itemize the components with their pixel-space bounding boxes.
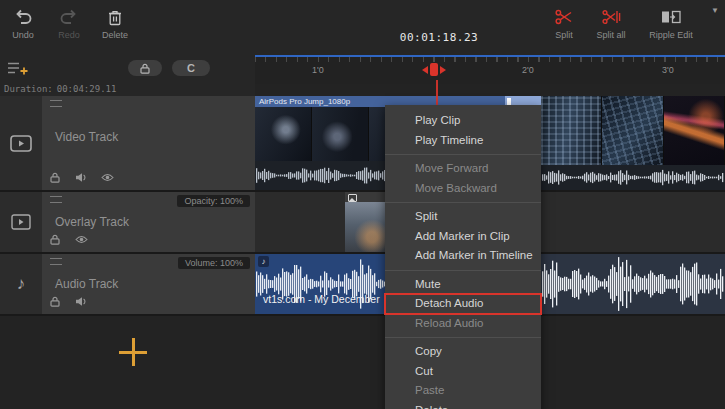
menu-item-move-backward[interactable]: Move Backward [385,179,541,199]
menu-item-detach-audio[interactable]: Detach Audio [385,294,541,314]
overlay-track-header: Opacity: 100% Overlay Track [0,192,255,252]
video-track-type-icon [0,96,42,190]
audio-track-type-icon: ♪ [0,254,42,314]
menu-item-add-marker-in-timeline[interactable]: Add Marker in Timeline [385,246,541,266]
video-visibility-button[interactable] [100,171,114,184]
menu-item-play-timeline[interactable]: Play Timeline [385,131,541,151]
video-frame-thumbnail [602,96,663,165]
audio-waveform [541,254,725,314]
row-resize-handle[interactable] [50,100,62,107]
audio-track-header: ♪ Volume: 100% Audio Track [0,254,255,314]
opacity-badge[interactable]: Opacity: 100% [177,195,250,207]
overlay-clip[interactable] [345,192,390,252]
add-track-icon [7,60,29,77]
menu-item-mute[interactable]: Mute [385,275,541,295]
video-frame-thumbnail [664,96,725,165]
overlay-clip-thumbnail [345,202,390,252]
video-frame-thumbnail [255,107,312,161]
menu-item-split[interactable]: Split [385,207,541,227]
video-clip-continued[interactable] [541,96,725,190]
video-frame-thumbnail [312,107,369,161]
speaker-icon [75,172,87,183]
track-controls-bar: C [0,55,255,82]
video-track-body: Video Track [42,96,255,190]
timeline-ruler[interactable]: 1'02'03'0 [255,55,725,84]
menu-item-paste[interactable]: Paste [385,381,541,401]
audio-clip-continued[interactable] [541,254,725,314]
overlay-track-type-icon [0,192,42,252]
undo-icon [0,7,46,27]
menu-item-play-clip[interactable]: Play Clip [385,111,541,131]
image-icon [348,194,357,202]
menu-item-copy[interactable]: Copy [385,342,541,362]
video-mute-button[interactable] [74,171,88,184]
delete-button[interactable]: Delete [92,7,138,40]
menu-item-move-forward[interactable]: Move Forward [385,159,541,179]
overlay-visibility-button[interactable] [74,233,88,246]
music-note-icon: ♪ [258,256,269,267]
row-resize-handle[interactable] [50,258,62,265]
menu-item-cut[interactable]: Cut [385,362,541,382]
video-editor-window: Undo Redo Delete Split Split all [0,0,725,409]
undo-button[interactable]: Undo [0,7,46,40]
delete-label: Delete [92,30,138,40]
duration-label: Duration: [4,84,53,94]
undo-label: Undo [0,30,46,40]
audio-clip-name: vt1s.com - My December [263,293,380,305]
clip-trim-handle[interactable] [507,98,511,105]
duration-readout: Duration:00:04:29.11 [0,82,255,96]
audio-track-label: Audio Track [55,277,118,291]
menu-separator [385,337,541,338]
menu-item-reload-audio[interactable]: Reload Audio [385,314,541,334]
playhead-left-arrow-icon [422,66,428,74]
lock-all-tracks-button[interactable] [128,60,162,76]
toolbar: Undo Redo Delete Split Split all [0,0,725,56]
overlay-clip-name-bar [345,192,390,202]
video-audio-waveform [541,165,725,190]
add-media-plus-icon[interactable] [119,338,147,366]
audio-mute-button[interactable] [74,295,88,308]
scissors-icon [541,7,587,27]
snap-button[interactable]: C [172,60,210,76]
overlay-lock-button[interactable] [48,233,62,246]
eye-icon [101,173,114,182]
ripple-edit-icon [640,7,702,27]
playhead-handle[interactable] [422,63,446,76]
add-track-button[interactable] [7,60,29,77]
snap-icon: C [187,63,195,74]
trash-icon [92,7,138,27]
playhead-right-arrow-icon [440,66,446,74]
menu-item-add-marker-in-clip[interactable]: Add Marker in Clip [385,227,541,247]
overlay-track-label: Overlay Track [55,215,129,229]
split-all-label: Split all [586,30,636,40]
redo-button[interactable]: Redo [46,7,92,40]
ruler-mark: 2'0 [522,65,534,75]
duration-value: 00:04:29.11 [57,84,117,94]
audio-track-body: Volume: 100% Audio Track [42,254,255,314]
toolbar-dropdown-caret-icon[interactable]: ▼ [711,6,719,15]
audio-lock-button[interactable] [48,295,62,308]
music-note-icon: ♪ [17,274,26,294]
video-clip-name: AirPods Pro Jump_1080p [259,96,350,107]
playhead-timecode: 00:01:18.23 [397,31,481,44]
volume-badge[interactable]: Volume: 100% [178,257,250,269]
menu-separator [385,270,541,271]
split-all-icon [586,7,636,27]
video-lock-button[interactable] [48,171,62,184]
menu-separator [385,202,541,203]
ripple-edit-button[interactable]: Ripple Edit [640,7,702,40]
lock-icon [140,63,150,74]
lock-icon [50,172,60,183]
menu-item-delete[interactable]: Delete [385,401,541,409]
redo-icon [46,7,92,27]
ruler-mark: 3'0 [662,65,674,75]
playhead-grip [430,63,438,76]
video-track-header: Video Track [0,96,255,190]
split-all-button[interactable]: Split all [586,7,636,40]
ripple-edit-label: Ripple Edit [640,30,702,40]
context-menu: Play ClipPlay TimelineMove ForwardMove B… [385,105,541,409]
row-resize-handle[interactable] [50,196,62,203]
ruler-mark: 1'0 [312,65,324,75]
speaker-icon [75,296,87,307]
split-button[interactable]: Split [541,7,587,40]
